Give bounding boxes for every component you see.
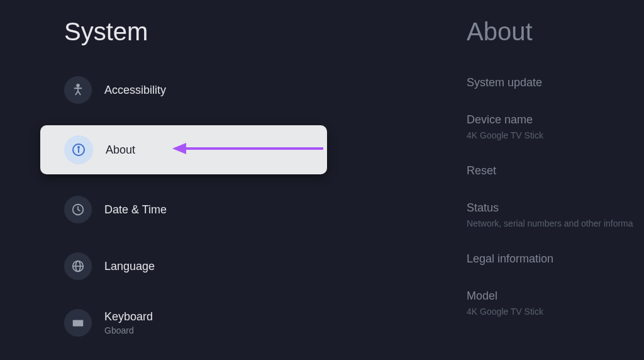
clock-icon: [64, 196, 92, 223]
detail-sublabel: 4K Google TV Stick: [467, 307, 644, 317]
accessibility-icon: [64, 76, 92, 104]
arrow-annotation: [172, 139, 323, 160]
svg-rect-11: [74, 321, 75, 322]
menu-item-keyboard[interactable]: Keyboard Gboard: [0, 301, 390, 344]
globe-icon: [64, 252, 92, 280]
menu-label: About: [106, 143, 135, 157]
svg-rect-14: [79, 321, 80, 322]
about-detail-panel: About System update Device name 4K Googl…: [390, 0, 644, 360]
system-settings-panel: System Accessibility: [0, 0, 390, 360]
svg-point-0: [77, 84, 79, 87]
svg-rect-13: [77, 321, 79, 322]
svg-rect-15: [81, 321, 82, 322]
keyboard-icon: [64, 309, 92, 337]
svg-rect-18: [81, 323, 82, 324]
svg-rect-16: [74, 323, 75, 324]
detail-item-system-update[interactable]: System update: [467, 76, 644, 89]
menu-item-about[interactable]: About: [40, 125, 327, 174]
detail-item-device-name[interactable]: Device name 4K Google TV Stick: [467, 113, 644, 140]
detail-label: Status: [467, 201, 644, 215]
menu-item-datetime[interactable]: Date & Time: [0, 188, 390, 231]
detail-label: Model: [467, 290, 644, 303]
detail-item-legal[interactable]: Legal information: [467, 252, 644, 266]
menu-item-accessibility[interactable]: Accessibility: [0, 69, 390, 111]
page-title: System: [0, 18, 390, 46]
svg-marker-5: [172, 143, 186, 154]
menu-label: Keyboard: [104, 310, 153, 323]
info-icon: [64, 135, 93, 164]
detail-sublabel: 4K Google TV Stick: [467, 130, 644, 140]
menu-label: Language: [104, 260, 155, 273]
menu-label: Date & Time: [104, 203, 167, 217]
detail-sublabel: Network, serial numbers and other inform…: [467, 218, 644, 228]
svg-point-3: [78, 147, 79, 148]
svg-rect-12: [75, 321, 77, 322]
menu-item-language[interactable]: Language: [0, 245, 390, 288]
detail-label: Reset: [467, 164, 644, 177]
detail-item-reset[interactable]: Reset: [467, 164, 644, 177]
settings-menu-list: Accessibility About: [0, 69, 390, 360]
detail-label: Legal information: [467, 252, 644, 266]
menu-item-text: Keyboard Gboard: [104, 310, 153, 335]
detail-title: About: [467, 18, 644, 46]
detail-item-status[interactable]: Status Network, serial numbers and other…: [467, 201, 644, 228]
detail-item-model[interactable]: Model 4K Google TV Stick: [467, 290, 644, 317]
detail-label: System update: [467, 76, 644, 89]
menu-sublabel: Gboard: [104, 325, 153, 335]
menu-label: Accessibility: [104, 84, 166, 97]
detail-label: Device name: [467, 113, 644, 127]
svg-rect-17: [75, 323, 80, 324]
